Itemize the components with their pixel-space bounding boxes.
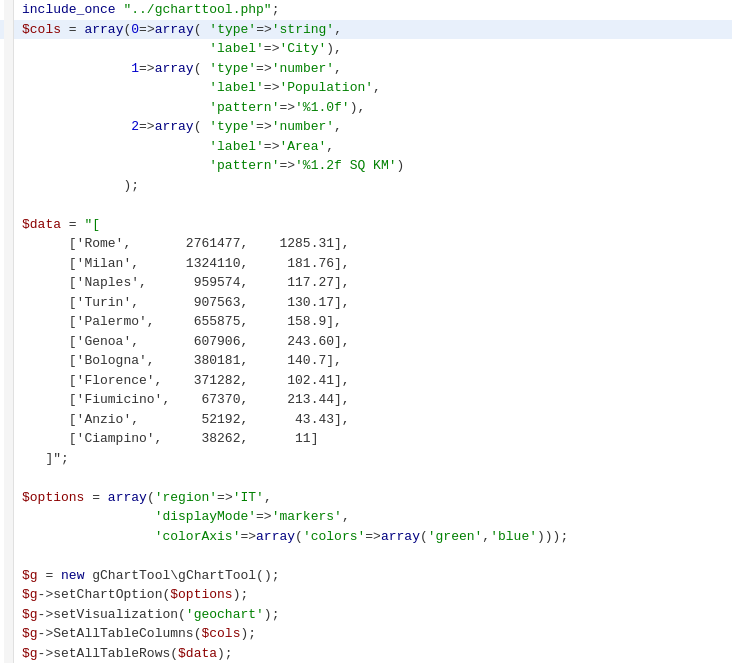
line-content-34: $g->setAllTableRows($data); bbox=[22, 644, 233, 664]
line-content-17: ['Palermo', 655875, 158.9], bbox=[22, 312, 342, 332]
line-content-28: 'colorAxis'=>array('colors'=>array('gree… bbox=[22, 527, 568, 547]
line-content-24: ]"; bbox=[22, 449, 69, 469]
line-content-7: 2=>array( 'type'=>'number', bbox=[22, 117, 342, 137]
line-gutter-29 bbox=[4, 546, 14, 566]
line-content-8: 'label'=>'Area', bbox=[22, 137, 334, 157]
code-line-20: ['Florence', 371282, 102.41], bbox=[0, 371, 732, 391]
line-content-13: ['Rome', 2761477, 1285.31], bbox=[22, 234, 350, 254]
code-line-14: ['Milan', 1324110, 181.76], bbox=[0, 254, 732, 274]
code-line-4: 1=>array( 'type'=>'number', bbox=[0, 59, 732, 79]
line-content-21: ['Fiumicino', 67370, 213.44], bbox=[22, 390, 350, 410]
line-content-10: ); bbox=[22, 176, 139, 196]
line-gutter-8 bbox=[4, 137, 14, 157]
code-line-33: $g->SetAllTableColumns($cols); bbox=[0, 624, 732, 644]
line-gutter-1 bbox=[4, 0, 14, 20]
code-line-22: ['Anzio', 52192, 43.43], bbox=[0, 410, 732, 430]
line-gutter-6 bbox=[4, 98, 14, 118]
line-gutter-4 bbox=[4, 59, 14, 79]
code-line-24: ]"; bbox=[0, 449, 732, 469]
code-line-29 bbox=[0, 546, 732, 566]
code-line-2: $cols = array(0=>array( 'type'=>'string'… bbox=[0, 20, 732, 40]
code-block: include_once "../gcharttool.php"; $cols … bbox=[0, 0, 732, 663]
code-line-7: 2=>array( 'type'=>'number', bbox=[0, 117, 732, 137]
line-content-18: ['Genoa', 607906, 243.60], bbox=[22, 332, 350, 352]
code-line-27: 'displayMode'=>'markers', bbox=[0, 507, 732, 527]
code-line-17: ['Palermo', 655875, 158.9], bbox=[0, 312, 732, 332]
code-line-23: ['Ciampino', 38262, 11] bbox=[0, 429, 732, 449]
line-gutter-28 bbox=[4, 527, 14, 547]
code-editor: include_once "../gcharttool.php"; $cols … bbox=[0, 0, 732, 663]
line-gutter-11 bbox=[4, 195, 14, 215]
code-line-10: ); bbox=[0, 176, 732, 196]
code-line-31: $g->setChartOption($options); bbox=[0, 585, 732, 605]
line-content-15: ['Naples', 959574, 117.27], bbox=[22, 273, 350, 293]
line-content-4: 1=>array( 'type'=>'number', bbox=[22, 59, 342, 79]
code-line-26: $options = array('region'=>'IT', bbox=[0, 488, 732, 508]
line-content-29 bbox=[22, 546, 30, 566]
code-line-13: ['Rome', 2761477, 1285.31], bbox=[0, 234, 732, 254]
line-gutter-12 bbox=[4, 215, 14, 235]
line-gutter-21 bbox=[4, 390, 14, 410]
code-line-16: ['Turin', 907563, 130.17], bbox=[0, 293, 732, 313]
line-gutter-23 bbox=[4, 429, 14, 449]
line-gutter-19 bbox=[4, 351, 14, 371]
code-line-15: ['Naples', 959574, 117.27], bbox=[0, 273, 732, 293]
code-line-21: ['Fiumicino', 67370, 213.44], bbox=[0, 390, 732, 410]
line-content-12: $data = "[ bbox=[22, 215, 100, 235]
line-content-31: $g->setChartOption($options); bbox=[22, 585, 248, 605]
code-line-30: $g = new gChartTool\gChartTool(); bbox=[0, 566, 732, 586]
line-content-30: $g = new gChartTool\gChartTool(); bbox=[22, 566, 280, 586]
code-line-8: 'label'=>'Area', bbox=[0, 137, 732, 157]
code-line-19: ['Bologna', 380181, 140.7], bbox=[0, 351, 732, 371]
code-line-18: ['Genoa', 607906, 243.60], bbox=[0, 332, 732, 352]
code-line-12: $data = "[ bbox=[0, 215, 732, 235]
line-gutter-22 bbox=[4, 410, 14, 430]
line-gutter-16 bbox=[4, 293, 14, 313]
line-gutter-27 bbox=[4, 507, 14, 527]
line-content-20: ['Florence', 371282, 102.41], bbox=[22, 371, 350, 391]
line-gutter-20 bbox=[4, 371, 14, 391]
code-line-5: 'label'=>'Population', bbox=[0, 78, 732, 98]
line-content-16: ['Turin', 907563, 130.17], bbox=[22, 293, 350, 313]
code-line-1: include_once "../gcharttool.php"; bbox=[0, 0, 732, 20]
line-gutter-25 bbox=[4, 468, 14, 488]
line-gutter-5 bbox=[4, 78, 14, 98]
line-gutter-17 bbox=[4, 312, 14, 332]
line-content-9: 'pattern'=>'%1.2f SQ KM') bbox=[22, 156, 404, 176]
line-content-19: ['Bologna', 380181, 140.7], bbox=[22, 351, 342, 371]
line-gutter-34 bbox=[4, 644, 14, 664]
code-line-11 bbox=[0, 195, 732, 215]
line-gutter-13 bbox=[4, 234, 14, 254]
code-line-32: $g->setVisualization('geochart'); bbox=[0, 605, 732, 625]
line-content-33: $g->SetAllTableColumns($cols); bbox=[22, 624, 256, 644]
line-gutter-18 bbox=[4, 332, 14, 352]
line-gutter-3 bbox=[4, 39, 14, 59]
line-gutter-32 bbox=[4, 605, 14, 625]
line-content-27: 'displayMode'=>'markers', bbox=[22, 507, 350, 527]
line-content-23: ['Ciampino', 38262, 11] bbox=[22, 429, 318, 449]
code-line-9: 'pattern'=>'%1.2f SQ KM') bbox=[0, 156, 732, 176]
line-gutter-33 bbox=[4, 624, 14, 644]
line-gutter-14 bbox=[4, 254, 14, 274]
line-content-2: $cols = array(0=>array( 'type'=>'string'… bbox=[22, 20, 342, 40]
line-content-14: ['Milan', 1324110, 181.76], bbox=[22, 254, 350, 274]
line-gutter-7 bbox=[4, 117, 14, 137]
line-content-11 bbox=[22, 195, 30, 215]
code-line-25 bbox=[0, 468, 732, 488]
line-content-3: 'label'=>'City'), bbox=[22, 39, 342, 59]
line-content-6: 'pattern'=>'%1.0f'), bbox=[22, 98, 365, 118]
code-line-6: 'pattern'=>'%1.0f'), bbox=[0, 98, 732, 118]
line-content-26: $options = array('region'=>'IT', bbox=[22, 488, 272, 508]
line-gutter-2 bbox=[4, 20, 14, 40]
line-content-5: 'label'=>'Population', bbox=[22, 78, 381, 98]
line-gutter-26 bbox=[4, 488, 14, 508]
line-gutter-31 bbox=[4, 585, 14, 605]
line-gutter-30 bbox=[4, 566, 14, 586]
line-content-22: ['Anzio', 52192, 43.43], bbox=[22, 410, 350, 430]
code-line-3: 'label'=>'City'), bbox=[0, 39, 732, 59]
line-content-25 bbox=[22, 468, 30, 488]
line-content-1: include_once "../gcharttool.php"; bbox=[22, 0, 279, 20]
line-gutter-24 bbox=[4, 449, 14, 469]
line-gutter-10 bbox=[4, 176, 14, 196]
code-line-34: $g->setAllTableRows($data); bbox=[0, 644, 732, 664]
